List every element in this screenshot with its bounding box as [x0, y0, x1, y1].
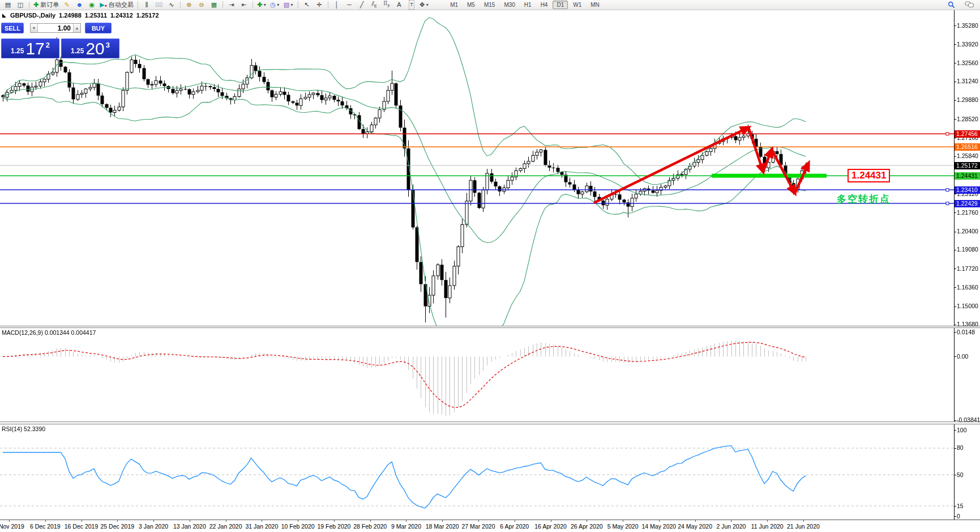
horizontal-line-button[interactable]: ─ [344, 1, 355, 9]
axis-tick [954, 44, 956, 45]
axis-tick [954, 356, 956, 357]
date-tick [478, 520, 479, 522]
bar-chart-icon[interactable]: ⫼ [141, 1, 152, 9]
sell-button[interactable]: SELL [1, 23, 24, 33]
toolbar-separator [180, 1, 181, 8]
axis-tick [954, 420, 956, 421]
chat-icon[interactable] [964, 1, 975, 9]
trendline-button[interactable]: ╱ [356, 1, 367, 9]
timeframe-button-m15[interactable]: M15 [480, 1, 499, 9]
sell-price-box[interactable]: 1.25 17 2 [1, 39, 59, 58]
date-label: 16 Dec 2019 [65, 523, 99, 530]
buy-button[interactable]: BUY [85, 23, 112, 33]
price-tick-label: 1.35280 [957, 22, 978, 29]
new-order-icon: ✚ [33, 1, 38, 9]
price-chip-1.24431: 1.24431 [955, 172, 980, 180]
date-tick [334, 520, 335, 522]
main-chart-canvas[interactable] [0, 10, 955, 326]
toolbar-separator [253, 1, 253, 8]
arrows-button[interactable]: ✥▼ [418, 1, 430, 9]
sell-price-prefix: 1.25 [11, 47, 24, 55]
buy-price-box[interactable]: 1.25 20 3 [61, 39, 119, 58]
timeframe-button-m5[interactable]: M5 [463, 1, 479, 9]
timeframe-button-mn[interactable]: MN [587, 1, 604, 9]
date-axis[interactable]: 7 Nov 20196 Dec 201916 Dec 201925 Dec 20… [0, 520, 980, 532]
axis-tick [954, 156, 956, 157]
date-label: 11 Jun 2020 [751, 523, 784, 530]
date-label: 26 Apr 2020 [571, 523, 603, 530]
zoom-out-icon[interactable]: ⊖ [196, 1, 207, 9]
search-icon[interactable] [945, 1, 957, 9]
text-button[interactable]: A [393, 1, 405, 9]
line-chart-icon[interactable]: ∿ [166, 1, 177, 9]
vertical-line-button[interactable]: │ [331, 1, 343, 9]
timeframe-button-h1[interactable]: H1 [520, 1, 536, 9]
price-callout-label[interactable]: 1.24431 [848, 169, 890, 182]
price-tick-label: 1.13680 [957, 321, 978, 328]
pane-separator[interactable] [0, 422, 980, 424]
chart-shift-icon[interactable]: ⇤ [238, 1, 250, 9]
macd-tick-label: 0.0148 [957, 329, 975, 336]
tile-windows-icon[interactable]: ▦ [208, 1, 220, 9]
timeframe-button-d1[interactable]: D1 [553, 1, 568, 9]
rsi-tick-label: 80 [957, 444, 964, 452]
timeframe-button-m1[interactable]: M1 [446, 1, 462, 9]
pivot-note-text[interactable]: 多空转折点 [837, 193, 891, 206]
price-tick-label: 1.29880 [957, 96, 978, 104]
one-click-trading-panel: SELL ▼ ▲ BUY 1.25 17 2 1.25 20 3 [1, 23, 120, 58]
date-label: 28 Feb 2020 [353, 523, 387, 530]
auto-scroll-icon[interactable]: ⇥ [226, 1, 237, 9]
buy-price-pip: 3 [106, 41, 110, 49]
date-tick [45, 520, 46, 522]
sell-price-pip: 2 [46, 41, 50, 49]
signal-icon[interactable]: ◉ [86, 1, 97, 9]
price-chip-1.26516: 1.26516 [955, 143, 980, 151]
profile-icon[interactable]: ☻ [74, 1, 85, 9]
crayon-icon[interactable]: ✎ [61, 1, 72, 9]
quote-open: 1.24988 [59, 12, 82, 19]
date-label: 5 May 2020 [607, 523, 639, 530]
symbol-marker-icon [2, 14, 6, 18]
date-tick [623, 520, 623, 522]
axis-tick [954, 269, 956, 269]
volume-stepper: ▼ ▲ [30, 23, 81, 33]
axis-tick [954, 448, 956, 449]
date-label: 2 Jun 2020 [716, 523, 746, 530]
date-label: 16 Apr 2020 [534, 523, 567, 530]
date-label: 22 Jan 2020 [209, 523, 242, 530]
crosshair-button[interactable]: ✛ [314, 1, 325, 9]
equidistant-channel-button[interactable]: ⫽E [369, 1, 380, 9]
new-order-label: 新订单 [40, 1, 59, 9]
periods-button[interactable]: ◷▼ [269, 1, 281, 9]
zoom-in-icon[interactable]: ⊕ [183, 1, 195, 9]
candlestick-chart-icon[interactable]: ⌷⌷ [153, 1, 165, 9]
timeframe-button-m30[interactable]: M30 [500, 1, 519, 9]
text-label-button[interactable]: T [406, 1, 417, 9]
toolbar-separator [222, 1, 223, 8]
rsi-pane-canvas[interactable] [0, 424, 955, 520]
pane-separator[interactable] [0, 326, 980, 328]
date-label: 19 Feb 2020 [317, 523, 350, 530]
volume-decrease-button[interactable]: ▼ [31, 24, 38, 32]
templates-button[interactable]: ▧▼ [283, 1, 295, 9]
volume-increase-button[interactable]: ▲ [73, 24, 80, 32]
new-order-button[interactable]: ✚ 新订单 [32, 1, 60, 9]
new-chart-icon[interactable]: ▤ [2, 1, 14, 9]
sell-price-main: 17 [25, 40, 44, 57]
autotrading-button[interactable]: ▶● 自动交易 [99, 1, 135, 9]
fibonacci-button[interactable]: ⠿F [381, 1, 392, 9]
cursor-button[interactable]: ↖ [301, 1, 313, 9]
date-label: 18 Mar 2020 [426, 523, 459, 530]
tick-chart-icon[interactable]: ◫ [15, 1, 26, 9]
date-label: 25 Dec 2019 [101, 523, 135, 530]
timeframe-button-h4[interactable]: H4 [537, 1, 552, 9]
volume-input[interactable] [38, 24, 73, 32]
indicators-button[interactable]: ✚▼ [256, 1, 268, 9]
timeframe-button-w1[interactable]: W1 [569, 1, 585, 9]
date-label: 31 Jan 2020 [245, 523, 278, 530]
axis-tick [954, 100, 956, 101]
date-tick [262, 520, 262, 522]
macd-pane-canvas[interactable] [0, 328, 955, 422]
price-tick-label: 1.33920 [957, 41, 978, 48]
date-tick [9, 520, 10, 522]
